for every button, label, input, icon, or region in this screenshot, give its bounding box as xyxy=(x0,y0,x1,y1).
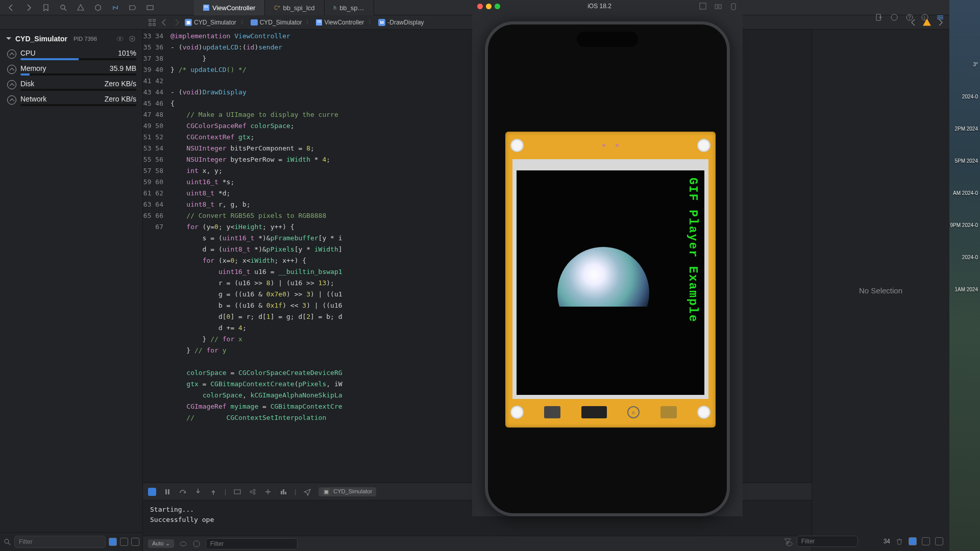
svg-point-16 xyxy=(5,539,9,543)
svg-rect-1 xyxy=(147,6,153,10)
filter-opt-3[interactable] xyxy=(131,538,139,546)
nav-fwd-icon[interactable] xyxy=(24,4,33,12)
svg-rect-8 xyxy=(149,19,151,21)
nav-fwd-icon[interactable] xyxy=(173,18,181,27)
svg-rect-17 xyxy=(165,489,167,494)
report-nav-icon[interactable] xyxy=(146,4,154,12)
tab-bb-spi-lcd-c[interactable]: C* bb_spi_lcd xyxy=(265,0,324,15)
bookmark-icon[interactable] xyxy=(42,4,50,12)
minimize-icon[interactable] xyxy=(486,4,492,9)
simulator-window[interactable]: iOS 18.2 L1435-2.4 GIF Player Example xyxy=(472,0,743,516)
zoom-icon[interactable] xyxy=(495,4,500,9)
memory-graph-icon[interactable] xyxy=(249,488,257,496)
nav-back-icon[interactable] xyxy=(160,18,168,27)
gauge-disk[interactable]: DiskZero KB/s xyxy=(0,77,142,92)
gauge-icon xyxy=(7,80,16,89)
warning-nav-icon[interactable] xyxy=(77,4,85,12)
step-in-icon[interactable] xyxy=(194,488,202,496)
step-out-icon[interactable] xyxy=(209,488,217,496)
location-icon[interactable] xyxy=(303,488,311,496)
line-gutter[interactable]: 33 34 35 36 37 38 39 40 41 42 43 44 45 4… xyxy=(143,30,168,483)
svg-rect-18 xyxy=(168,489,169,494)
disclose-icon[interactable] xyxy=(6,37,11,42)
coverage-icon[interactable] xyxy=(279,488,287,496)
step-over-icon[interactable] xyxy=(179,488,187,496)
debug-navigator: CYD_Simulator PID 7398 CPU101%Memory35.9… xyxy=(0,30,143,551)
gauge-cpu[interactable]: CPU101% xyxy=(0,46,142,61)
method-icon: M xyxy=(378,19,385,26)
add-file-icon[interactable] xyxy=(875,13,883,21)
breakpoint-nav-icon[interactable] xyxy=(129,4,137,12)
gauge-icon xyxy=(7,95,16,105)
connector-icon: ⎋ xyxy=(627,406,640,418)
svg-rect-23 xyxy=(281,491,282,494)
pane-toggle-3[interactable] xyxy=(935,537,943,545)
project-icon: ▣ xyxy=(185,19,192,26)
svg-point-27 xyxy=(193,541,200,547)
navigator-filter-input[interactable] xyxy=(14,536,106,548)
hide-debug-icon[interactable] xyxy=(148,488,156,496)
svg-rect-32 xyxy=(731,4,736,10)
trash-icon[interactable] xyxy=(895,537,903,545)
objc-m-icon xyxy=(316,19,322,26)
eye-icon[interactable] xyxy=(179,540,187,548)
prev-issue-icon[interactable] xyxy=(910,18,918,27)
svg-point-15 xyxy=(131,38,133,40)
tab-label: ViewController xyxy=(212,4,255,12)
svg-text:i: i xyxy=(924,15,925,20)
lcd-text: GIF Player Example xyxy=(686,178,699,322)
simulator-titlebar[interactable]: iOS 18.2 xyxy=(472,0,743,12)
tests-icon[interactable] xyxy=(94,4,102,12)
variables-filter-input[interactable] xyxy=(206,538,298,549)
pane-toggle-1[interactable] xyxy=(909,537,917,545)
view-hier-icon[interactable] xyxy=(233,488,241,496)
related-items-icon[interactable] xyxy=(148,18,156,27)
camera-icon[interactable] xyxy=(714,2,722,10)
filter-opt-2[interactable] xyxy=(120,538,128,546)
navigator-filter xyxy=(0,532,142,551)
earth-image xyxy=(557,247,649,339)
process-header[interactable]: CYD_Simulator PID 7398 xyxy=(0,30,142,46)
gauge-icon xyxy=(7,49,16,59)
screenshot-icon[interactable] xyxy=(699,2,707,10)
scheme-selector[interactable]: ▣ CYD_Simulator xyxy=(318,487,376,496)
svg-rect-30 xyxy=(715,5,721,9)
mounting-hole xyxy=(697,139,710,152)
svg-point-20 xyxy=(250,491,252,493)
svg-point-13 xyxy=(119,38,121,40)
sd-slot-icon xyxy=(581,406,607,418)
close-icon[interactable] xyxy=(477,4,483,9)
next-issue-icon[interactable] xyxy=(936,18,944,27)
env-override-icon[interactable] xyxy=(264,488,272,496)
gauge-memory[interactable]: Memory35.9 MB xyxy=(0,61,142,77)
iphone-device[interactable]: L1435-2.4 GIF Player Example ⎋ xyxy=(485,21,730,516)
nav-back-icon[interactable] xyxy=(7,4,15,12)
mounting-hole xyxy=(510,139,524,152)
dynamic-island xyxy=(577,32,638,47)
pause-icon[interactable] xyxy=(163,488,172,496)
tab-viewcontroller[interactable]: ViewController xyxy=(194,0,265,15)
debug-nav-icon[interactable] xyxy=(111,4,119,12)
editor-tabs: ViewController C* bb_spi_lcd h bb_sp… xyxy=(194,0,374,15)
inspector-panel: No Selection xyxy=(812,30,949,551)
search-icon[interactable] xyxy=(59,4,67,12)
auto-selector[interactable]: Auto ⌄ xyxy=(148,539,174,548)
svg-point-26 xyxy=(180,542,186,546)
info-icon[interactable] xyxy=(192,540,201,548)
pane-toggle-2[interactable] xyxy=(922,537,930,545)
svg-rect-11 xyxy=(153,23,155,26)
svg-rect-9 xyxy=(153,19,155,21)
gauge-network[interactable]: NetworkZero KB/s xyxy=(0,92,142,107)
filter-icon[interactable] xyxy=(783,537,792,545)
review-icon[interactable] xyxy=(890,13,898,21)
objc-m-icon xyxy=(203,5,209,11)
record-icon[interactable] xyxy=(128,35,136,43)
tab-bb-sp-h[interactable]: h bb_sp… xyxy=(325,0,374,15)
home-icon[interactable] xyxy=(729,2,738,10)
simulator-title: iOS 18.2 xyxy=(504,3,695,10)
svg-rect-25 xyxy=(285,492,286,494)
eye-icon[interactable] xyxy=(116,35,124,43)
svg-point-31 xyxy=(717,6,719,8)
filter-opt-1[interactable] xyxy=(109,538,117,546)
inspector-filter-input[interactable] xyxy=(797,536,858,547)
